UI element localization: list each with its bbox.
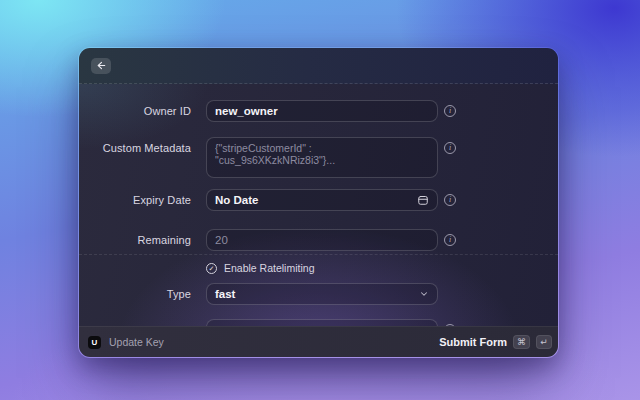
unkey-logo: U — [88, 336, 101, 349]
custom-metadata-label: Custom Metadata — [79, 137, 198, 154]
clipped-field[interactable] — [206, 319, 438, 326]
expiry-date-row: Expiry Date No Date i — [79, 189, 558, 211]
owner-id-input[interactable] — [215, 105, 429, 117]
ratelimit-checkbox-group[interactable]: ✓ Enable Ratelimiting — [206, 262, 314, 274]
section-divider — [79, 254, 558, 255]
clipped-field-row: i — [79, 319, 558, 326]
dialog-body: Owner ID i Custom Metadata i Expiry Date… — [79, 84, 558, 326]
enter-key-icon[interactable]: ↵ — [536, 335, 552, 349]
command-key-icon[interactable]: ⌘ — [513, 335, 530, 349]
back-button[interactable] — [91, 58, 111, 74]
owner-id-label: Owner ID — [79, 105, 198, 117]
info-icon[interactable]: i — [444, 324, 456, 326]
ratelimit-type-select[interactable]: fast — [206, 283, 438, 305]
ratelimit-checkbox-row: ✓ Enable Ratelimiting — [206, 262, 558, 274]
info-icon[interactable]: i — [444, 142, 456, 154]
footer-action-label: Update Key — [109, 336, 164, 348]
expiry-date-label: Expiry Date — [79, 194, 198, 206]
ratelimit-type-label: Type — [79, 288, 198, 300]
checkbox-checked-icon[interactable]: ✓ — [206, 263, 217, 274]
remaining-label: Remaining — [79, 234, 198, 246]
ratelimit-checkbox-label: Enable Ratelimiting — [224, 262, 314, 274]
expiry-date-value: No Date — [215, 194, 411, 206]
remaining-field[interactable] — [206, 229, 438, 251]
submit-form-button[interactable]: Submit Form — [439, 336, 507, 348]
dialog-footer: U Update Key Submit Form ⌘ ↵ — [79, 326, 558, 357]
footer-submit-group: Submit Form ⌘ ↵ — [439, 335, 552, 349]
update-key-dialog: Owner ID i Custom Metadata i Expiry Date… — [78, 47, 559, 358]
ratelimit-type-value: fast — [215, 288, 413, 300]
info-icon[interactable]: i — [444, 105, 456, 117]
info-icon[interactable]: i — [444, 194, 456, 206]
owner-id-row: Owner ID i — [79, 100, 558, 122]
arrow-left-icon — [96, 60, 107, 71]
dialog-header — [79, 48, 558, 84]
custom-metadata-row: Custom Metadata i — [79, 137, 558, 178]
remaining-row: Remaining i — [79, 229, 558, 251]
calendar-icon[interactable] — [417, 194, 429, 206]
owner-id-field[interactable] — [206, 100, 438, 122]
expiry-date-field[interactable]: No Date — [206, 189, 438, 211]
desktop-background: Owner ID i Custom Metadata i Expiry Date… — [0, 0, 640, 400]
ratelimit-type-row: Type fast — [79, 283, 558, 305]
custom-metadata-field[interactable] — [206, 137, 438, 178]
remaining-input[interactable] — [215, 234, 429, 246]
chevron-down-icon — [419, 289, 429, 299]
info-icon[interactable]: i — [444, 234, 456, 246]
custom-metadata-textarea[interactable] — [215, 142, 429, 173]
